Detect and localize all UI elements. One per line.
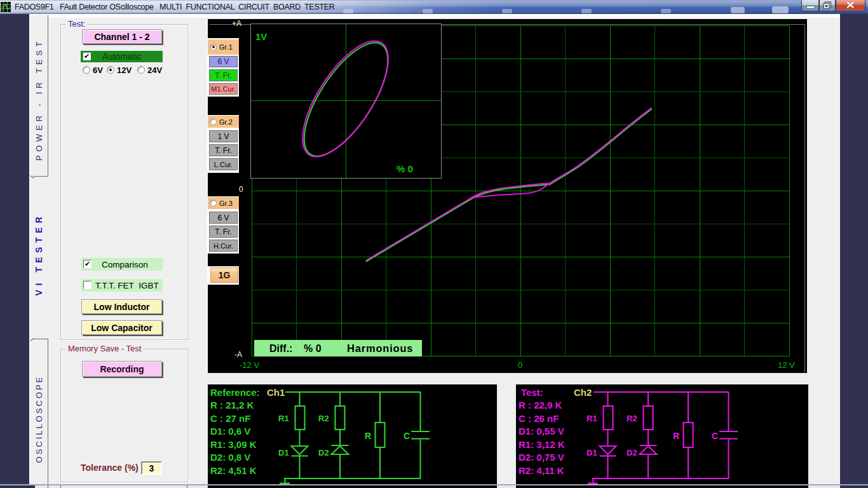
svg-text:D2: 0,75 V: D2: 0,75 V [519, 452, 564, 463]
svg-text:Reference:: Reference: [210, 387, 260, 398]
svg-text:-12 V: -12 V [240, 360, 259, 370]
svg-text:R2: 4,51 K: R2: 4,51 K [210, 465, 257, 476]
svg-text:D2: D2 [318, 448, 329, 458]
svg-text:R2: R2 [318, 414, 329, 423]
svg-text:% 0: % 0 [304, 343, 322, 354]
svg-text:C : 26 nF: C : 26 nF [519, 413, 559, 424]
svg-text:Diff.:: Diff.: [269, 343, 292, 354]
svg-text:Ch2: Ch2 [574, 387, 592, 398]
svg-text:R2: 4,11 K: R2: 4,11 K [519, 465, 564, 476]
svg-text:Ch1: Ch1 [267, 387, 285, 398]
svg-text:D2: D2 [627, 448, 637, 458]
svg-text:0: 0 [518, 360, 522, 370]
svg-text:R1: 3,12 K: R1: 3,12 K [519, 439, 565, 450]
svg-text:1V: 1V [255, 31, 267, 42]
svg-text:-A: -A [234, 350, 242, 359]
svg-text:0: 0 [239, 185, 243, 194]
svg-text:D1: D1 [278, 448, 289, 458]
svg-text:C : 27 nF: C : 27 nF [210, 413, 250, 424]
svg-text:+A: +A [232, 19, 241, 28]
svg-text:R1: R1 [278, 414, 289, 423]
svg-text:R: R [365, 431, 371, 441]
svg-text:R1: R1 [587, 414, 597, 423]
svg-text:R : 21,2 K: R : 21,2 K [210, 400, 254, 410]
svg-text:D1: 0,55 V: D1: 0,55 V [519, 426, 564, 437]
svg-text:C: C [403, 431, 410, 441]
svg-text:Test:: Test: [521, 387, 543, 398]
svg-text:D2: 0,8 V: D2: 0,8 V [210, 452, 250, 463]
svg-text:R : 22,9 K: R : 22,9 K [519, 400, 562, 410]
svg-text:D1: 0,6 V: D1: 0,6 V [210, 426, 250, 437]
svg-text:R1: 3,09 K: R1: 3,09 K [210, 439, 257, 450]
svg-text:R2: R2 [627, 414, 637, 423]
svg-text:C: C [712, 431, 718, 441]
svg-text:R: R [673, 431, 679, 441]
svg-text:12 V: 12 V [778, 360, 795, 370]
svg-text:% 0: % 0 [397, 163, 413, 174]
svg-text:Harmonious: Harmonious [347, 342, 413, 354]
svg-text:D1: D1 [587, 448, 597, 458]
